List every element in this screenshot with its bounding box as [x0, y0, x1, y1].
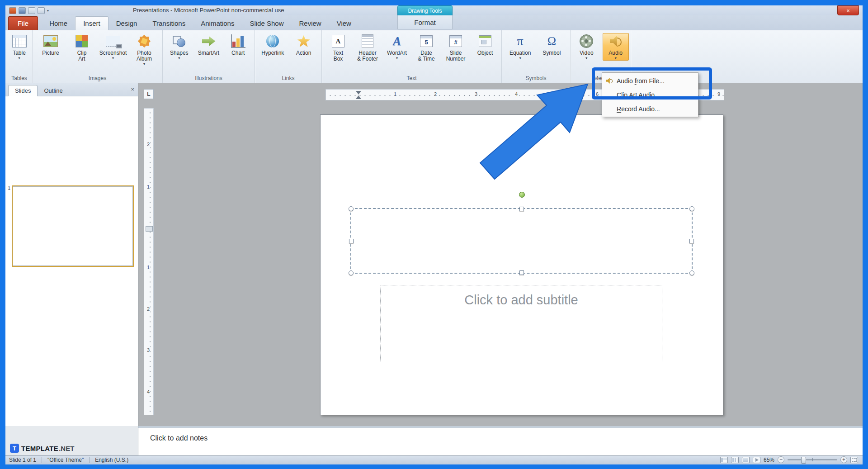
ribbon-button-date-time[interactable]: 5 Date& Time — [413, 33, 439, 62]
ribbon-button-shapes[interactable]: Shapes▾ — [166, 33, 192, 61]
ribbon-button-object[interactable]: Object — [472, 33, 498, 57]
dropdown-arrow-icon: ▾ — [18, 56, 20, 60]
ribbon-button-wordart[interactable]: A WordArt▾ — [384, 33, 410, 61]
ribbon-button-smartart[interactable]: SmartArt — [196, 33, 222, 57]
ribbon-button-audio[interactable]: Audio▾ — [603, 33, 629, 61]
dropdown-arrow-icon: ▾ — [519, 56, 521, 60]
shapes-icon — [172, 35, 186, 47]
tab-home[interactable]: Home — [42, 17, 75, 30]
title-placeholder[interactable] — [350, 208, 693, 274]
fit-to-window-icon[interactable] — [850, 457, 858, 463]
group-images: Picture ClipArt Screenshot▾ PhotoAlbum▾ — [33, 30, 163, 83]
window-title: Presentations - Microsoft PowerPoint non… — [133, 7, 284, 14]
dropdown-arrow-icon: ▾ — [178, 56, 180, 60]
ribbon-button-slide-number[interactable]: # SlideNumber — [443, 33, 469, 62]
ribbon-button-video[interactable]: Video▾ — [573, 33, 599, 61]
ribbon-button-header-footer[interactable]: Header& Footer — [354, 33, 381, 62]
ribbon-button-chart[interactable]: Chart — [225, 33, 251, 57]
wordart-icon: A — [390, 34, 404, 48]
screenshot-icon — [106, 36, 120, 47]
tab-slide-show[interactable]: Slide Show — [242, 17, 291, 30]
resize-handle-bottom-right[interactable] — [689, 270, 694, 275]
zoom-slider[interactable] — [788, 459, 837, 460]
panel-close-icon[interactable]: × — [131, 86, 134, 93]
ribbon-button-picture[interactable]: Picture — [38, 33, 64, 57]
smartart-icon — [202, 36, 216, 47]
ribbon-button-screenshot[interactable]: Screenshot▾ — [100, 33, 126, 61]
tab-review[interactable]: Review — [291, 17, 329, 30]
chart-icon — [231, 34, 245, 48]
ribbon-button-table[interactable]: Table▾ — [6, 33, 32, 61]
ribbon-button-symbol[interactable]: Ω Symbol — [538, 33, 565, 57]
indent-marker-icon[interactable] — [356, 91, 361, 95]
group-tables: Table▾ Tables — [6, 30, 33, 83]
vertical-ruler[interactable]: 2 1 1 2 3 4 — [144, 108, 154, 415]
redo-icon[interactable] — [38, 7, 45, 14]
ruler-corner-box[interactable]: L — [144, 89, 154, 99]
tab-design[interactable]: Design — [108, 17, 145, 30]
resize-handle-top-right[interactable] — [689, 206, 694, 211]
photo-album-icon — [140, 37, 149, 46]
tab-outline[interactable]: Outline — [38, 85, 69, 96]
close-button[interactable]: × — [837, 5, 859, 15]
group-label-illustrations: Illustrations — [163, 75, 255, 83]
ribbon-button-photo-album[interactable]: PhotoAlbum▾ — [131, 33, 157, 66]
qat-customize-icon[interactable]: ▾ — [47, 9, 49, 13]
slide-thumbnail[interactable] — [13, 186, 133, 266]
undo-icon[interactable] — [28, 7, 35, 14]
ribbon-button-text-box[interactable]: A TextBox — [325, 33, 351, 62]
slides-panel: Slides Outline × 1 — [5, 83, 138, 426]
group-links: Hyperlink Action Links — [255, 30, 322, 83]
tab-insert[interactable]: Insert — [75, 16, 108, 30]
dropdown-arrow-icon: ▾ — [112, 56, 114, 60]
notes-pane[interactable]: Click to add notes — [138, 426, 863, 455]
clip-art-icon — [75, 35, 88, 47]
resize-handle-bottom-left[interactable] — [349, 270, 354, 275]
tab-animations[interactable]: Animations — [193, 17, 242, 30]
indent-marker-lower-icon[interactable] — [356, 95, 361, 99]
language-indicator[interactable]: English (U.S.) — [95, 457, 128, 463]
quick-access-toolbar: ▾ — [9, 7, 49, 14]
resize-handle-top-left[interactable] — [349, 206, 354, 211]
theme-name: "Office Theme" — [47, 457, 84, 463]
tab-format[interactable]: Format — [397, 15, 453, 29]
normal-view-icon[interactable] — [720, 457, 728, 463]
slideshow-view-icon[interactable] — [753, 457, 760, 463]
reading-view-icon[interactable] — [742, 457, 750, 463]
menu-item-record-audio[interactable]: Record Audio... — [602, 102, 698, 116]
notes-placeholder: Click to add notes — [150, 434, 208, 442]
menu-icon-spacer — [606, 105, 613, 112]
zoom-slider-thumb[interactable] — [801, 457, 806, 464]
ribbon-button-hyperlink[interactable]: Hyperlink — [259, 33, 286, 57]
annotation-arrow — [470, 63, 597, 185]
zoom-in-button[interactable]: + — [840, 456, 847, 463]
ribbon-button-action[interactable]: Action — [291, 33, 317, 57]
text-box-icon: A — [332, 35, 344, 47]
powerpoint-window: ▾ Presentations - Microsoft PowerPoint n… — [5, 5, 863, 464]
group-illustrations: Shapes▾ SmartArt Chart Illustrations — [163, 30, 255, 83]
resize-handle-left[interactable] — [349, 239, 354, 243]
slide-sorter-view-icon[interactable] — [731, 457, 739, 463]
resize-handle-top[interactable] — [519, 207, 524, 211]
ribbon-button-clip-art[interactable]: ClipArt — [69, 33, 95, 62]
ruler-marker-icon[interactable] — [146, 226, 153, 232]
dropdown-arrow-icon: ▾ — [615, 56, 617, 60]
subtitle-placeholder[interactable]: Click to add subtitle — [380, 285, 662, 362]
powerpoint-app-icon[interactable] — [9, 7, 16, 14]
tab-slides[interactable]: Slides — [8, 85, 38, 96]
tab-view[interactable]: View — [329, 17, 359, 30]
tab-file[interactable]: File — [8, 16, 38, 30]
drawing-tools-header: Drawing Tools — [397, 5, 453, 15]
zoom-level[interactable]: 65% — [764, 457, 774, 463]
template-net-logo-icon: T — [10, 444, 19, 453]
save-icon[interactable] — [19, 7, 26, 14]
zoom-out-button[interactable]: − — [778, 456, 784, 463]
group-label-links: Links — [255, 75, 321, 83]
ribbon-button-equation[interactable]: π Equation▾ — [507, 33, 533, 61]
group-label-tables: Tables — [6, 75, 32, 83]
dropdown-arrow-icon: ▾ — [585, 56, 587, 60]
resize-handle-right[interactable] — [689, 239, 694, 243]
resize-handle-bottom[interactable] — [519, 270, 524, 275]
rotation-handle[interactable] — [519, 192, 525, 198]
tab-transitions[interactable]: Transitions — [145, 17, 193, 30]
